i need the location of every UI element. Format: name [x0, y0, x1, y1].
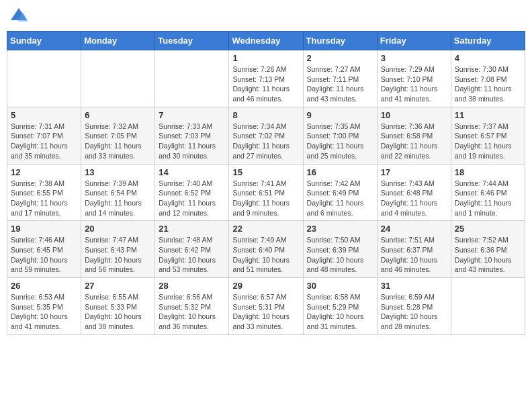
- calendar-cell: 7Sunrise: 7:33 AM Sunset: 7:03 PM Daylig…: [155, 107, 229, 164]
- day-info: Sunrise: 7:44 AM Sunset: 6:46 PM Dayligh…: [455, 179, 521, 218]
- calendar-week-row: 26Sunrise: 6:53 AM Sunset: 5:35 PM Dayli…: [7, 278, 525, 335]
- calendar-cell: 2Sunrise: 7:27 AM Sunset: 7:11 PM Daylig…: [303, 50, 377, 107]
- weekday-header: Friday: [377, 32, 451, 50]
- day-info: Sunrise: 6:53 AM Sunset: 5:35 PM Dayligh…: [11, 292, 77, 332]
- day-info: Sunrise: 6:58 AM Sunset: 5:29 PM Dayligh…: [307, 292, 373, 332]
- day-info: Sunrise: 7:33 AM Sunset: 7:03 PM Dayligh…: [159, 122, 225, 161]
- calendar-cell: 21Sunrise: 7:48 AM Sunset: 6:42 PM Dayli…: [155, 221, 229, 278]
- logo-icon: [9, 7, 28, 26]
- day-info: Sunrise: 7:52 AM Sunset: 6:36 PM Dayligh…: [455, 235, 521, 275]
- day-number: 2: [307, 53, 373, 63]
- calendar-cell: 13Sunrise: 7:39 AM Sunset: 6:54 PM Dayli…: [81, 164, 155, 221]
- calendar-week-row: 1Sunrise: 7:26 AM Sunset: 7:13 PM Daylig…: [7, 50, 525, 107]
- day-info: Sunrise: 7:32 AM Sunset: 7:05 PM Dayligh…: [85, 122, 151, 161]
- day-number: 8: [232, 110, 299, 120]
- calendar-cell: 23Sunrise: 7:50 AM Sunset: 6:39 PM Dayli…: [303, 221, 377, 278]
- calendar-week-row: 12Sunrise: 7:38 AM Sunset: 6:55 PM Dayli…: [7, 164, 525, 221]
- day-info: Sunrise: 7:50 AM Sunset: 6:39 PM Dayligh…: [307, 235, 373, 275]
- day-number: 12: [11, 167, 77, 177]
- day-number: 4: [455, 53, 521, 63]
- calendar-cell: 8Sunrise: 7:34 AM Sunset: 7:02 PM Daylig…: [229, 107, 303, 164]
- calendar-cell: 5Sunrise: 7:31 AM Sunset: 7:07 PM Daylig…: [7, 107, 81, 164]
- day-info: Sunrise: 7:47 AM Sunset: 6:43 PM Dayligh…: [85, 235, 151, 275]
- calendar-week-row: 19Sunrise: 7:46 AM Sunset: 6:45 PM Dayli…: [7, 221, 525, 278]
- logo: [9, 7, 31, 26]
- day-info: Sunrise: 7:40 AM Sunset: 6:52 PM Dayligh…: [159, 179, 225, 218]
- calendar-cell: [7, 50, 81, 107]
- calendar-cell: 3Sunrise: 7:29 AM Sunset: 7:10 PM Daylig…: [377, 50, 451, 107]
- day-number: 16: [307, 167, 373, 177]
- weekday-header: Thursday: [303, 32, 377, 50]
- day-info: Sunrise: 7:48 AM Sunset: 6:42 PM Dayligh…: [159, 235, 225, 275]
- day-info: Sunrise: 6:55 AM Sunset: 5:33 PM Dayligh…: [85, 292, 151, 332]
- weekday-header: Tuesday: [155, 32, 229, 50]
- day-number: 7: [159, 110, 225, 120]
- weekday-header: Wednesday: [229, 32, 303, 50]
- calendar-cell: 19Sunrise: 7:46 AM Sunset: 6:45 PM Dayli…: [7, 221, 81, 278]
- calendar-cell: 30Sunrise: 6:58 AM Sunset: 5:29 PM Dayli…: [303, 278, 377, 335]
- day-number: 3: [381, 53, 447, 63]
- day-number: 6: [85, 110, 151, 120]
- day-info: Sunrise: 7:27 AM Sunset: 7:11 PM Dayligh…: [307, 64, 373, 104]
- day-number: 29: [232, 281, 299, 291]
- day-info: Sunrise: 7:49 AM Sunset: 6:40 PM Dayligh…: [232, 235, 299, 275]
- calendar-cell: 24Sunrise: 7:51 AM Sunset: 6:37 PM Dayli…: [377, 221, 451, 278]
- calendar-cell: 1Sunrise: 7:26 AM Sunset: 7:13 PM Daylig…: [229, 50, 303, 107]
- day-info: Sunrise: 7:31 AM Sunset: 7:07 PM Dayligh…: [11, 122, 77, 161]
- calendar-cell: 28Sunrise: 6:56 AM Sunset: 5:32 PM Dayli…: [155, 278, 229, 335]
- calendar-cell: 26Sunrise: 6:53 AM Sunset: 5:35 PM Dayli…: [7, 278, 81, 335]
- calendar-table: SundayMondayTuesdayWednesdayThursdayFrid…: [7, 31, 525, 335]
- day-info: Sunrise: 7:26 AM Sunset: 7:13 PM Dayligh…: [232, 64, 299, 104]
- day-info: Sunrise: 7:35 AM Sunset: 7:00 PM Dayligh…: [307, 122, 373, 161]
- calendar-week-row: 5Sunrise: 7:31 AM Sunset: 7:07 PM Daylig…: [7, 107, 525, 164]
- calendar-cell: 25Sunrise: 7:52 AM Sunset: 6:36 PM Dayli…: [451, 221, 525, 278]
- calendar-cell: 16Sunrise: 7:42 AM Sunset: 6:49 PM Dayli…: [303, 164, 377, 221]
- day-info: Sunrise: 7:38 AM Sunset: 6:55 PM Dayligh…: [11, 179, 77, 218]
- calendar-cell: 18Sunrise: 7:44 AM Sunset: 6:46 PM Dayli…: [451, 164, 525, 221]
- calendar-cell: 15Sunrise: 7:41 AM Sunset: 6:51 PM Dayli…: [229, 164, 303, 221]
- calendar-header-row: SundayMondayTuesdayWednesdayThursdayFrid…: [7, 32, 525, 50]
- calendar-cell: 10Sunrise: 7:36 AM Sunset: 6:58 PM Dayli…: [377, 107, 451, 164]
- calendar-cell: 31Sunrise: 6:59 AM Sunset: 5:28 PM Dayli…: [377, 278, 451, 335]
- day-info: Sunrise: 6:57 AM Sunset: 5:31 PM Dayligh…: [232, 292, 299, 332]
- day-info: Sunrise: 7:51 AM Sunset: 6:37 PM Dayligh…: [381, 235, 447, 275]
- page-header: [7, 7, 525, 26]
- day-number: 31: [381, 281, 447, 291]
- weekday-header: Sunday: [7, 32, 81, 50]
- day-number: 28: [159, 281, 225, 291]
- day-number: 19: [11, 224, 77, 234]
- day-info: Sunrise: 7:43 AM Sunset: 6:48 PM Dayligh…: [381, 179, 447, 218]
- day-number: 23: [307, 224, 373, 234]
- day-info: Sunrise: 7:39 AM Sunset: 6:54 PM Dayligh…: [85, 179, 151, 218]
- day-info: Sunrise: 7:29 AM Sunset: 7:10 PM Dayligh…: [381, 64, 447, 104]
- day-number: 26: [11, 281, 77, 291]
- day-number: 1: [232, 53, 299, 63]
- day-number: 9: [307, 110, 373, 120]
- day-number: 21: [159, 224, 225, 234]
- day-info: Sunrise: 7:41 AM Sunset: 6:51 PM Dayligh…: [232, 179, 299, 218]
- day-info: Sunrise: 7:30 AM Sunset: 7:08 PM Dayligh…: [455, 64, 521, 104]
- calendar-cell: [155, 50, 229, 107]
- day-info: Sunrise: 6:56 AM Sunset: 5:32 PM Dayligh…: [159, 292, 225, 332]
- day-number: 24: [381, 224, 447, 234]
- calendar-cell: 11Sunrise: 7:37 AM Sunset: 6:57 PM Dayli…: [451, 107, 525, 164]
- day-info: Sunrise: 6:59 AM Sunset: 5:28 PM Dayligh…: [381, 292, 447, 332]
- calendar-cell: [81, 50, 155, 107]
- day-info: Sunrise: 7:37 AM Sunset: 6:57 PM Dayligh…: [455, 122, 521, 161]
- day-number: 25: [455, 224, 521, 234]
- calendar-cell: 12Sunrise: 7:38 AM Sunset: 6:55 PM Dayli…: [7, 164, 81, 221]
- weekday-header: Saturday: [451, 32, 525, 50]
- day-number: 30: [307, 281, 373, 291]
- day-number: 14: [159, 167, 225, 177]
- weekday-header: Monday: [81, 32, 155, 50]
- day-number: 22: [232, 224, 299, 234]
- day-number: 5: [11, 110, 77, 120]
- day-number: 11: [455, 110, 521, 120]
- day-number: 20: [85, 224, 151, 234]
- day-info: Sunrise: 7:46 AM Sunset: 6:45 PM Dayligh…: [11, 235, 77, 275]
- day-number: 10: [381, 110, 447, 120]
- calendar-cell: [451, 278, 525, 335]
- day-number: 15: [232, 167, 299, 177]
- calendar-cell: 17Sunrise: 7:43 AM Sunset: 6:48 PM Dayli…: [377, 164, 451, 221]
- calendar-cell: 6Sunrise: 7:32 AM Sunset: 7:05 PM Daylig…: [81, 107, 155, 164]
